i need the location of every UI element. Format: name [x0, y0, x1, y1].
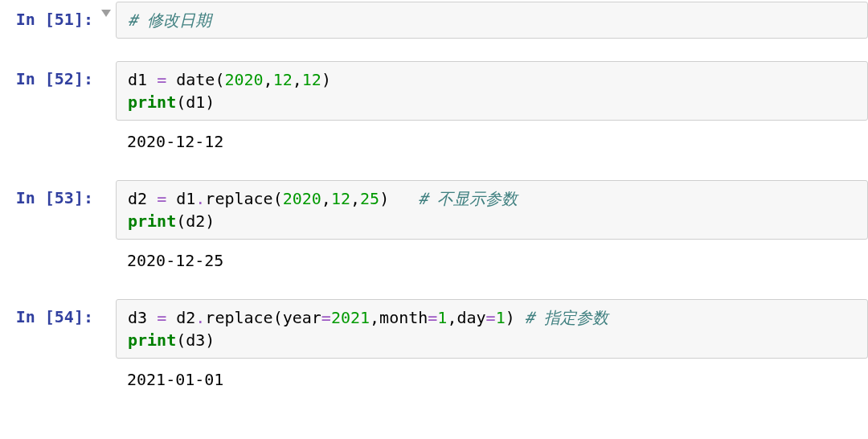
code-token: print [128, 330, 176, 350]
code-token: 2021 [331, 308, 370, 327]
code-token: (d2) [176, 211, 215, 231]
code-editor[interactable]: d1 = date(2020,12,12) print(d1) [116, 61, 868, 121]
cell-toggle-empty [96, 59, 116, 69]
code-token: , [293, 70, 302, 89]
cell-gap [0, 45, 868, 59]
cell-content: d3 = d2.replace(year=2021,month=1,day=1)… [116, 297, 868, 402]
code-token: # 指定参数 [525, 308, 608, 327]
input-prompt: In [53]: [0, 178, 96, 209]
notebook: In [51]: # 修改日期 In [52]: d1 = date(2020,… [0, 0, 868, 402]
input-prompt: In [51]: [0, 0, 96, 31]
code-token: (d3) [176, 330, 215, 350]
code-token: ) [379, 189, 418, 208]
prompt-bracket-close: ]: [74, 10, 93, 29]
code-token: (d1) [176, 92, 215, 112]
cell-content: d1 = date(2020,12,12) print(d1) 2020-12-… [116, 59, 868, 164]
prompt-in: In [16, 188, 45, 207]
code-token: print [128, 211, 176, 231]
code-token: , [321, 189, 331, 208]
code-editor[interactable]: d2 = d1.replace(2020,12,25) # 不显示参数 prin… [116, 180, 868, 240]
code-token: 1 [496, 308, 506, 327]
code-token: 25 [360, 189, 379, 208]
input-prompt: In [54]: [0, 297, 96, 328]
code-token: 12 [302, 70, 321, 89]
code-cell: In [51]: # 修改日期 [0, 0, 868, 45]
chevron-down-icon [101, 10, 111, 17]
prompt-in: In [16, 307, 45, 326]
cell-gap [0, 164, 868, 178]
code-token: ) [321, 70, 331, 89]
prompt-bracket-open: [ [45, 10, 55, 29]
cell-content: # 修改日期 [116, 0, 868, 45]
prompt-bracket-close: ]: [74, 307, 93, 326]
prompt-bracket-open: [ [45, 188, 55, 207]
prompt-in: In [16, 69, 45, 88]
code-editor[interactable]: # 修改日期 [116, 2, 868, 39]
code-token: = [157, 308, 166, 327]
code-token: print [128, 92, 176, 112]
code-token: . [195, 308, 205, 327]
code-token: d3 [128, 308, 157, 327]
code-token: ) [506, 308, 525, 327]
code-cell: In [52]: d1 = date(2020,12,12) print(d1)… [0, 59, 868, 164]
code-token: d2 [128, 189, 157, 208]
code-token: 2020 [283, 189, 321, 208]
code-token: d2 [166, 308, 195, 327]
code-token: 12 [273, 70, 293, 89]
code-token: = [321, 308, 331, 327]
prompt-number: 54 [55, 307, 74, 326]
code-editor[interactable]: d3 = d2.replace(year=2021,month=1,day=1)… [116, 299, 868, 359]
code-token: , [264, 70, 273, 89]
code-token: , [350, 189, 360, 208]
prompt-bracket-close: ]: [74, 69, 93, 88]
code-token: date( [166, 70, 224, 89]
cell-toggle[interactable] [96, 0, 116, 17]
prompt-number: 52 [55, 69, 74, 88]
code-token: ,day [447, 308, 485, 327]
input-prompt: In [52]: [0, 59, 96, 90]
code-token: 1 [437, 308, 447, 327]
prompt-bracket-close: ]: [74, 188, 93, 207]
cell-gap [0, 283, 868, 297]
code-cell: In [54]: d3 = d2.replace(year=2021,month… [0, 297, 868, 402]
code-token: = [157, 189, 166, 208]
code-token: 2020 [224, 70, 263, 89]
prompt-bracket-open: [ [45, 307, 55, 326]
code-token: # 不显示参数 [418, 189, 518, 208]
cell-output: 2021-01-01 [116, 365, 868, 402]
cell-output: 2020-12-12 [116, 127, 868, 164]
prompt-in: In [16, 10, 45, 29]
code-token: # 修改日期 [128, 10, 211, 30]
code-token: replace( [205, 189, 282, 208]
prompt-bracket-open: [ [45, 69, 55, 88]
cell-output: 2020-12-25 [116, 246, 868, 283]
cell-toggle-empty [96, 178, 116, 188]
prompt-number: 51 [55, 10, 74, 29]
code-token: = [486, 308, 496, 327]
code-token: d1 [166, 189, 195, 208]
code-token: . [195, 189, 205, 208]
prompt-number: 53 [55, 188, 74, 207]
cell-toggle-empty [96, 297, 116, 307]
code-token: ,month [370, 308, 428, 327]
code-token: 12 [331, 189, 350, 208]
code-token: d1 [128, 70, 157, 89]
cell-content: d2 = d1.replace(2020,12,25) # 不显示参数 prin… [116, 178, 868, 283]
code-token: = [157, 70, 166, 89]
code-token: = [428, 308, 437, 327]
code-token: replace(year [205, 308, 321, 327]
code-cell: In [53]: d2 = d1.replace(2020,12,25) # 不… [0, 178, 868, 283]
